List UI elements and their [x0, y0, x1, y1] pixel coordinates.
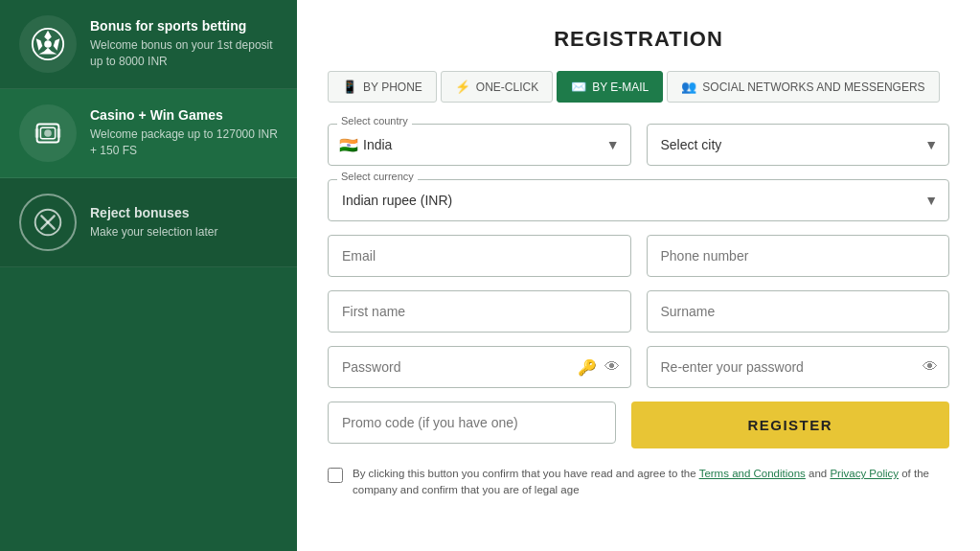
country-field: Select country 🇮🇳 India ▼ [328, 124, 631, 166]
tab-by-phone-label: BY PHONE [363, 80, 422, 94]
registration-panel: REGISTRATION 📱 BY PHONE ⚡ ONE-CLICK ✉️ B… [297, 0, 980, 551]
country-label: Select country [337, 115, 412, 126]
terms-checkbox[interactable] [328, 468, 343, 483]
terms-link[interactable]: Terms and Conditions [699, 468, 806, 479]
reject-bonuses-title: Reject bonuses [90, 205, 217, 220]
terms-row: By clicking this button you confirm that… [328, 466, 949, 499]
register-button[interactable]: REGISTER [631, 402, 950, 448]
tab-by-phone[interactable]: 📱 BY PHONE [328, 71, 437, 103]
tab-by-email-label: BY E-MAIL [592, 80, 649, 94]
currency-field: Select currency Indian rupee (INR) ▼ [328, 179, 949, 221]
svg-marker-4 [36, 38, 43, 50]
email-field [328, 235, 631, 277]
currency-row: Select currency Indian rupee (INR) ▼ [328, 179, 949, 221]
casino-bonus-title: Casino + Win Games [90, 107, 278, 123]
reject-bonuses-text: Reject bonuses Make your selection later [90, 205, 217, 241]
reenter-password-input[interactable] [647, 346, 950, 388]
email-icon: ✉️ [571, 80, 586, 94]
soccer-ball-icon [19, 15, 77, 73]
phone-field [647, 235, 950, 277]
tab-by-email[interactable]: ✉️ BY E-MAIL [557, 71, 663, 103]
reenter-password-field: 👁 [647, 346, 950, 388]
sports-bonus-subtitle: Welcome bonus on your 1st deposit up to … [90, 37, 278, 70]
currency-select[interactable]: Indian rupee (INR) [328, 179, 949, 221]
sidebar: Bonus for sports betting Welcome bonus o… [0, 0, 297, 551]
surname-field [647, 290, 950, 333]
tab-social-networks-label: SOCIAL NETWORKS AND MESSENGERS [702, 80, 924, 94]
promo-register-row: REGISTER [328, 402, 949, 448]
password-toggle-icon[interactable]: 👁 [604, 358, 620, 376]
password-row: 🔑 👁 👁 [328, 346, 949, 388]
email-input[interactable] [328, 235, 631, 277]
sidebar-item-reject-bonuses[interactable]: Reject bonuses Make your selection later [0, 178, 297, 267]
city-field: Select city ▼ [647, 124, 950, 166]
sidebar-item-sports-bonus[interactable]: Bonus for sports betting Welcome bonus o… [0, 0, 297, 89]
firstname-field [328, 290, 631, 333]
casino-chip-icon [19, 104, 77, 162]
privacy-link[interactable]: Privacy Policy [830, 468, 899, 479]
svg-point-5 [44, 40, 52, 48]
svg-point-8 [44, 129, 52, 137]
country-select[interactable]: India [328, 124, 631, 166]
sports-bonus-title: Bonus for sports betting [90, 18, 278, 34]
password-input[interactable] [328, 346, 631, 388]
tab-one-click-label: ONE-CLICK [476, 80, 538, 94]
sports-bonus-text: Bonus for sports betting Welcome bonus o… [90, 18, 278, 70]
promo-input[interactable] [328, 402, 616, 444]
svg-marker-2 [54, 38, 60, 50]
casino-bonus-text: Casino + Win Games Welcome package up to… [90, 107, 278, 159]
phone-icon: 📱 [342, 80, 357, 94]
tab-one-click[interactable]: ⚡ ONE-CLICK [441, 71, 553, 103]
svg-marker-3 [39, 48, 57, 55]
firstname-input[interactable] [328, 290, 631, 333]
name-row [328, 290, 949, 333]
tab-social-networks[interactable]: 👥 SOCIAL NETWORKS AND MESSENGERS [667, 71, 939, 103]
email-phone-row [328, 235, 949, 277]
reenter-password-toggle-icon[interactable]: 👁 [923, 358, 938, 376]
phone-input[interactable] [647, 235, 950, 277]
city-select[interactable]: Select city [647, 124, 950, 166]
svg-rect-9 [35, 128, 39, 138]
close-circle-icon [19, 194, 77, 251]
reject-bonuses-subtitle: Make your selection later [90, 224, 217, 241]
registration-tabs: 📱 BY PHONE ⚡ ONE-CLICK ✉️ BY E-MAIL 👥 SO… [328, 71, 949, 103]
registration-title: REGISTRATION [328, 27, 949, 52]
country-city-row: Select country 🇮🇳 India ▼ Select city ▼ [328, 124, 949, 166]
svg-marker-1 [44, 31, 52, 40]
currency-label: Select currency [337, 171, 418, 182]
svg-rect-10 [57, 128, 61, 138]
social-icon: 👥 [681, 80, 696, 94]
casino-bonus-subtitle: Welcome package up to 127000 INR + 150 F… [90, 126, 278, 159]
surname-input[interactable] [647, 290, 950, 333]
password-field: 🔑 👁 [328, 346, 631, 388]
terms-text: By clicking this button you confirm that… [353, 466, 949, 499]
promo-field [328, 402, 616, 448]
sidebar-item-casino-bonus[interactable]: Casino + Win Games Welcome package up to… [0, 89, 297, 178]
lightning-icon: ⚡ [455, 80, 470, 94]
